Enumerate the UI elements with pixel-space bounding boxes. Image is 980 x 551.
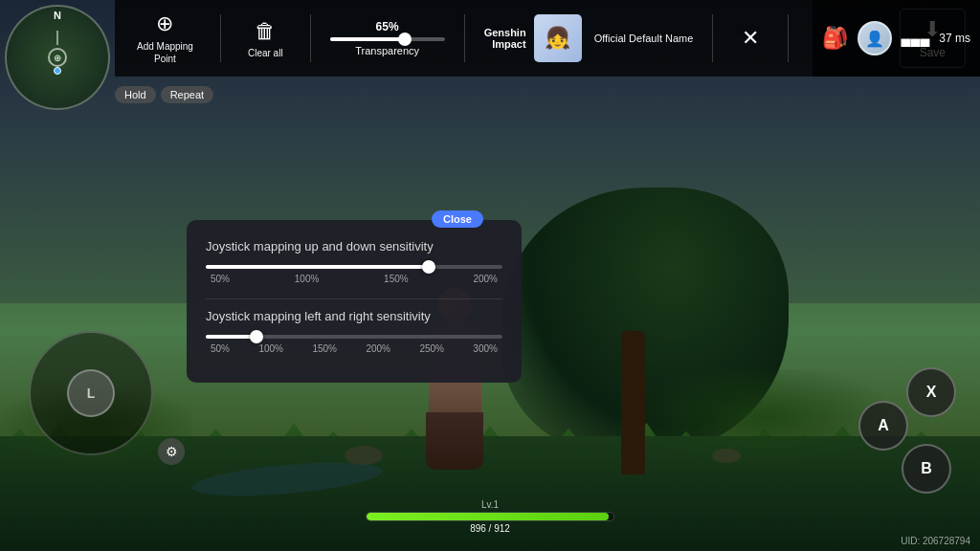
popup-slider2-row: 50% 100% 150% 200% 250% 300% <box>206 335 502 354</box>
transparency-label: Transparency <box>355 45 419 56</box>
popup-slider1-fill <box>206 265 429 269</box>
slider2-label-150: 150% <box>312 343 337 354</box>
transparency-slider-thumb[interactable] <box>398 33 412 46</box>
popup-slider2-track[interactable] <box>206 335 502 339</box>
slider2-label-250: 250% <box>419 343 444 354</box>
slider1-label-200: 200% <box>473 274 498 284</box>
xp-bar <box>366 512 614 521</box>
a-button[interactable]: A <box>858 401 908 451</box>
sensitivity-popup: Close Joystick mapping up and down sensi… <box>187 220 522 383</box>
popup-slider1-row: 50% 100% 150% 200% <box>206 265 502 284</box>
game-name-line1: Genshin <box>484 27 526 38</box>
add-mapping-icon: ⊕ <box>156 11 173 36</box>
foliage-right <box>645 369 884 465</box>
joystick-label: L <box>87 386 96 401</box>
joystick-inner[interactable]: L <box>67 369 115 417</box>
divider2 <box>310 14 311 62</box>
hold-repeat-bar: Hold Repeat <box>115 86 213 103</box>
popup-divider <box>206 298 502 299</box>
clear-all-label: Clear all <box>248 48 283 58</box>
rock2 <box>712 449 741 463</box>
close-profile-button[interactable]: ✕ <box>732 21 768 55</box>
slider2-label-300: 300% <box>473 343 498 354</box>
transparency-percentage: 65% <box>376 20 399 33</box>
joystick-outer[interactable]: L <box>29 331 153 455</box>
x-button-label: X <box>926 384 937 401</box>
b-button-label: B <box>921 460 932 477</box>
player-dot <box>54 67 61 75</box>
repeat-button[interactable]: Repeat <box>161 86 213 103</box>
slider2-label-200: 200% <box>366 343 390 354</box>
clear-all-button[interactable]: 🗑 Clear all <box>240 14 291 63</box>
divider4 <box>712 14 713 62</box>
profile-official-name: Official Default Name <box>594 33 694 44</box>
game-name-line2: Impact <box>484 38 526 50</box>
b-button[interactable]: B <box>902 444 951 494</box>
slider1-label-100: 100% <box>295 274 320 284</box>
popup-section2-title: Joystick mapping left and right sensitiv… <box>206 309 502 323</box>
avatar-icon[interactable]: 👤 <box>858 21 892 55</box>
clear-all-icon: 🗑 <box>255 19 276 44</box>
game-profile-icon: 👧 <box>534 14 582 62</box>
tree-trunk <box>621 331 645 474</box>
add-mapping-point-button[interactable]: ⊕ Add MappingPoint <box>129 7 201 70</box>
add-mapping-label: Add MappingPoint <box>137 40 193 65</box>
slider1-label-50: 50% <box>211 274 230 284</box>
profile-area: Genshin Impact 👧 Official Default Name <box>484 14 694 62</box>
xp-text: 896 / 912 <box>470 523 510 534</box>
slider1-label-150: 150% <box>384 274 409 284</box>
popup-slider1-thumb[interactable] <box>422 260 435 274</box>
signal-bars-icon: ▄▄▄ <box>902 31 930 46</box>
slider2-label-100: 100% <box>258 343 283 354</box>
hold-button[interactable]: Hold <box>115 86 156 103</box>
x-button[interactable]: X <box>906 367 956 417</box>
divider1 <box>220 14 221 62</box>
transparency-slider-container[interactable] <box>330 37 445 41</box>
xp-fill <box>367 513 609 520</box>
compass-arrow <box>56 31 58 45</box>
rock1 <box>345 446 383 465</box>
status-bar: 🎒 👤 ▄▄▄ 37 ms <box>813 0 980 77</box>
ping-display: 37 ms <box>939 32 970 45</box>
inventory-icon[interactable]: 🎒 <box>822 26 848 51</box>
transparency-slider-track[interactable] <box>330 37 445 41</box>
a-button-label: A <box>878 417 889 434</box>
joystick-settings-button[interactable]: ⚙ <box>158 438 185 465</box>
minimap-compass: ⊕ <box>48 48 67 67</box>
transparency-area: 65% Transparency <box>330 20 445 56</box>
xp-bar-container: Lv.1 896 / 912 <box>366 499 614 534</box>
transparency-slider-fill <box>330 37 405 41</box>
popup-close-button[interactable]: Close <box>432 210 483 228</box>
xp-level-label: Lv.1 <box>481 499 499 510</box>
profile-name-block: Official Default Name <box>594 33 694 44</box>
popup-slider2-labels: 50% 100% 150% 200% 250% 300% <box>206 343 502 354</box>
uid-label: UID: 206728794 <box>901 536 970 546</box>
minimap: N ⊕ <box>5 5 110 110</box>
divider5 <box>788 14 789 62</box>
popup-slider2-thumb[interactable] <box>250 330 263 343</box>
popup-section1-title: Joystick mapping up and down sensitivity <box>206 239 502 253</box>
popup-slider1-labels: 50% 100% 150% 200% <box>206 274 502 284</box>
divider3 <box>464 14 465 62</box>
profile-text-block: Genshin Impact <box>484 27 526 50</box>
popup-slider1-track[interactable] <box>206 265 502 269</box>
slider2-label-50: 50% <box>211 343 230 354</box>
minimap-north-label: N <box>54 10 61 21</box>
